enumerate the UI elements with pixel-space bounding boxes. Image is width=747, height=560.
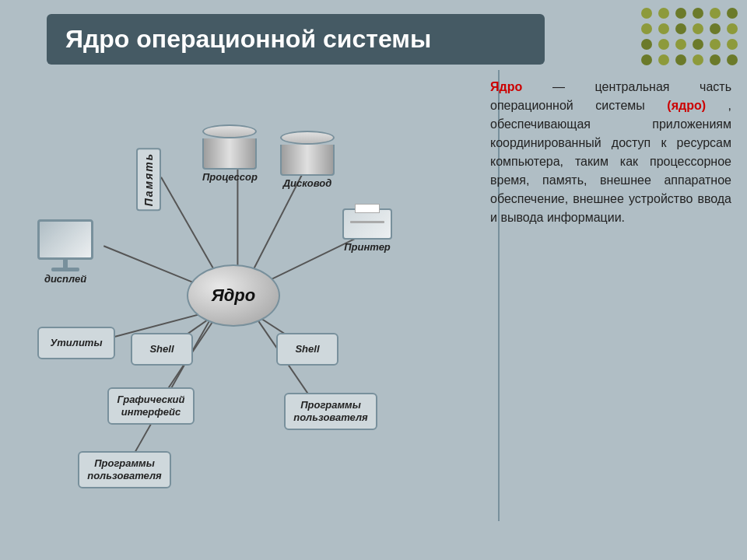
disk-cylinder-top — [280, 131, 335, 145]
dot — [641, 54, 652, 65]
utilities-component: Утилиты — [37, 327, 115, 359]
dot — [658, 8, 669, 19]
description-text: Ядро — центральная часть операционной си… — [490, 78, 731, 227]
dot — [658, 54, 669, 65]
kernel-word-2: (ядро) — [667, 99, 706, 112]
kernel-word: Ядро — [490, 80, 522, 93]
processor-component: Процессор — [202, 124, 258, 183]
graphical-component: Графический интерфейс — [107, 387, 195, 425]
dot — [710, 23, 721, 34]
dot — [675, 54, 686, 65]
description-body: , обеспечивающая приложениям координиров… — [490, 99, 731, 224]
printer-component: Принтер — [342, 208, 392, 253]
dot — [658, 39, 669, 50]
shell1-component: Shell — [131, 333, 193, 366]
printer-body-icon — [342, 208, 392, 240]
page-title: Ядро операционной системы — [65, 25, 526, 54]
user-programs-left: Программы пользователя — [78, 451, 171, 488]
dot — [710, 39, 721, 50]
processor-cylinder-top — [202, 124, 257, 138]
svg-line-1 — [161, 177, 217, 275]
dot — [727, 39, 738, 50]
memory-component: Память — [136, 148, 161, 211]
disk-label: Дисковод — [280, 177, 335, 189]
utilities-label: Утилиты — [51, 337, 103, 349]
dot — [641, 8, 652, 19]
monitor-stand-icon — [63, 260, 68, 268]
user-programs-left-label: Программы пользователя — [82, 457, 167, 481]
monitor-base-icon — [51, 268, 79, 271]
dot — [675, 23, 686, 34]
dot — [675, 8, 686, 19]
title-bar: Ядро операционной системы — [47, 14, 545, 65]
dot — [727, 54, 738, 65]
shell2-component: Shell — [276, 333, 338, 366]
disk-cylinder-body — [280, 145, 335, 176]
memory-label: Память — [136, 148, 161, 211]
diagram-area: Ядро дисплей Память Процессор Дисковод П… — [16, 70, 498, 537]
dot — [693, 54, 703, 65]
graphical-label: Графический интерфейс — [112, 394, 190, 418]
dot — [658, 23, 669, 34]
kernel-oval: Ядро — [187, 264, 280, 327]
text-panel: Ядро — центральная часть операционной си… — [490, 78, 731, 227]
dot — [710, 54, 721, 65]
shell1-label: Shell — [149, 343, 174, 355]
dot — [675, 39, 686, 50]
dot — [693, 8, 703, 19]
disk-component: Дисковод — [280, 131, 335, 189]
dot — [710, 8, 721, 19]
user-programs-right: Программы пользователя — [284, 393, 377, 430]
dot — [641, 23, 652, 34]
dot — [727, 8, 738, 19]
dot — [693, 23, 703, 34]
user-programs-right-label: Программы пользователя — [289, 399, 373, 423]
monitor-screen-icon — [37, 219, 93, 260]
dot — [693, 39, 703, 50]
processor-label: Процессор — [202, 171, 258, 183]
display-component: дисплей — [37, 219, 93, 285]
shell2-label: Shell — [295, 343, 319, 355]
printer-paper-icon — [355, 204, 380, 213]
dot — [641, 39, 652, 50]
display-label: дисплей — [44, 273, 86, 285]
printer-label: Принтер — [344, 241, 391, 253]
dot — [727, 23, 738, 34]
processor-cylinder-body — [202, 138, 257, 170]
kernel-label: Ядро — [212, 285, 256, 306]
decorative-dots — [641, 8, 739, 65]
printer-slot — [350, 221, 384, 223]
